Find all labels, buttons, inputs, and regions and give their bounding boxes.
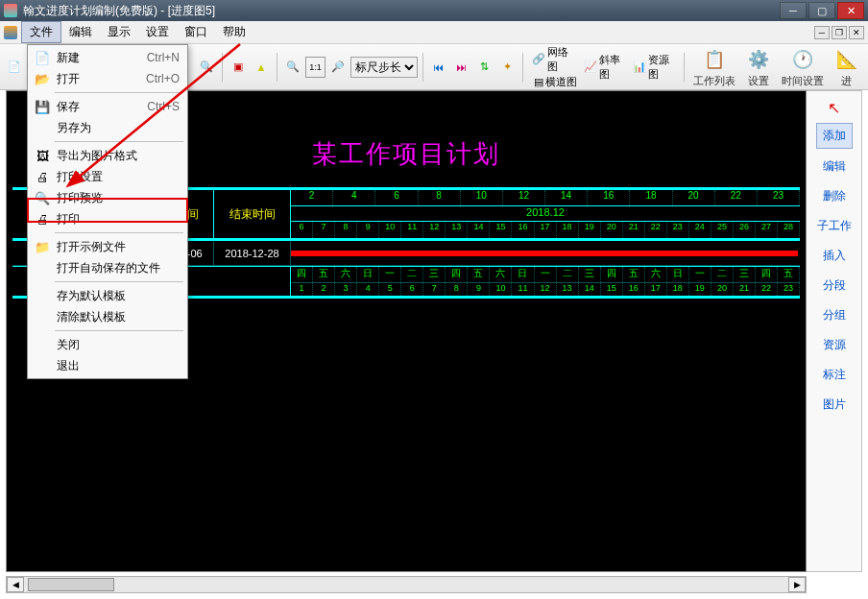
tb-nav1-icon[interactable]: ⏮ [428, 57, 449, 78]
menu-open-example[interactable]: 📁打开示例文件 [30, 236, 185, 257]
menu-save[interactable]: 💾保存Ctrl+S [30, 96, 185, 117]
menu-open-autosave[interactable]: 打开自动保存的文件 [30, 257, 185, 278]
network-icon: 🔗 [532, 53, 545, 65]
tb-nav3-icon[interactable]: ⇅ [473, 57, 494, 78]
menu-file[interactable]: 文件 [21, 21, 61, 43]
header-calendar: 24681012141618202223 2018.12 67891011121… [291, 190, 800, 238]
rp-subwork[interactable]: 子工作 [811, 214, 857, 238]
scroll-right-button[interactable]: ▶ [788, 577, 806, 592]
plan-title: 某工作项目计划 [312, 137, 500, 171]
menubar: 文件 编辑 显示 设置 窗口 帮助 ─ ❐ ✕ [0, 21, 868, 44]
progress-icon: 📐 [833, 46, 860, 73]
menu-edit[interactable]: 编辑 [61, 22, 100, 42]
slope-icon: 📈 [584, 60, 597, 73]
tb-zoom11-icon[interactable]: 1:1 [305, 57, 326, 78]
window-title: 翰文进度计划编制(免费版) - [进度图5] [23, 3, 780, 19]
mdi-controls: ─ ❐ ✕ [814, 26, 864, 39]
clock-icon: 🕐 [789, 46, 816, 73]
gear-icon: ⚙️ [745, 46, 772, 73]
cursor-icon[interactable]: ↖ [828, 99, 840, 117]
header-end: 结束时间 [214, 190, 291, 238]
gantt-bar[interactable] [291, 251, 798, 256]
menu-print-preview[interactable]: 🔍打印预览 [30, 187, 185, 208]
rp-segment[interactable]: 分段 [817, 274, 852, 298]
menu-window[interactable]: 窗口 [177, 22, 215, 42]
menu-clear-template[interactable]: 清除默认模板 [30, 306, 185, 327]
menu-save-as[interactable]: 另存为 [30, 117, 185, 138]
printer-icon: 🖨 [34, 210, 51, 228]
rp-group[interactable]: 分组 [817, 303, 852, 327]
menu-settings[interactable]: 设置 [138, 22, 177, 42]
ruler-step-select[interactable]: 标尺步长 [350, 57, 418, 78]
menu-close[interactable]: 关闭 [30, 334, 185, 355]
rp-insert[interactable]: 插入 [817, 244, 852, 268]
worklist-button[interactable]: 📋 工作列表 [689, 46, 739, 88]
print-setup-icon: 🖨 [34, 168, 51, 185]
settings-button[interactable]: ⚙️ 设置 [741, 46, 776, 88]
menu-new[interactable]: 📄新建Ctrl+N [30, 47, 185, 68]
tb-nav4-icon[interactable]: ✦ [496, 57, 518, 78]
menu-print-setup[interactable]: 🖨打印设置 [30, 166, 185, 187]
tb-nav2-icon[interactable]: ⏭ [451, 57, 472, 78]
rp-delete[interactable]: 删除 [817, 184, 852, 208]
rp-annotate[interactable]: 标注 [817, 363, 852, 387]
gantt-icon: ▤ [534, 76, 543, 88]
network-view-button[interactable]: 🔗网络图 [532, 45, 578, 74]
slope-view-button[interactable]: 📈斜率图 [584, 53, 630, 82]
right-panel: ↖ 添加 编辑 删除 子工作 插入 分段 分组 资源 标注 图片 [807, 90, 862, 572]
doc-icon [4, 26, 17, 39]
mdi-restore[interactable]: ❐ [832, 26, 847, 39]
tb-new-icon[interactable]: 📄 [4, 57, 25, 78]
menu-exit[interactable]: 退出 [30, 355, 185, 376]
new-file-icon: 📄 [34, 49, 51, 66]
rp-image[interactable]: 图片 [817, 393, 852, 417]
minimize-button[interactable]: ─ [780, 2, 807, 19]
resource-icon: 📊 [633, 60, 646, 73]
mdi-close[interactable]: ✕ [849, 26, 864, 39]
scroll-thumb[interactable] [28, 578, 114, 591]
open-folder-icon: 📂 [34, 70, 51, 87]
menu-save-template[interactable]: 存为默认模板 [30, 285, 185, 306]
menu-help[interactable]: 帮助 [215, 22, 253, 42]
maximize-button[interactable]: ▢ [808, 2, 835, 19]
scroll-left-button[interactable]: ◀ [7, 577, 24, 592]
menu-print[interactable]: 🖨打印 [30, 208, 185, 229]
close-button[interactable]: ✕ [837, 2, 864, 19]
tb-tool1-icon[interactable]: ▣ [228, 57, 249, 78]
rp-resource[interactable]: 资源 [817, 333, 852, 357]
time-settings-button[interactable]: 🕐 时间设置 [778, 46, 828, 88]
tb-zoomin-icon[interactable]: 🔎 [327, 57, 349, 78]
mdi-minimize[interactable]: ─ [814, 26, 830, 39]
preview-icon: 🔍 [34, 189, 51, 206]
calendar-month: 2018.12 [291, 206, 800, 221]
app-icon [4, 4, 17, 17]
menu-export-image[interactable]: 🖼导出为图片格式 [30, 145, 185, 166]
resource-view-button[interactable]: 📊资源图 [633, 53, 679, 82]
menu-display[interactable]: 显示 [100, 22, 138, 42]
menu-open[interactable]: 📂打开Ctrl+O [30, 68, 185, 89]
file-dropdown-menu: 📄新建Ctrl+N 📂打开Ctrl+O 💾保存Ctrl+S 另存为 🖼导出为图片… [27, 44, 188, 379]
rp-edit[interactable]: 编辑 [817, 155, 852, 179]
tb-find-icon[interactable]: 🔍 [197, 57, 218, 78]
window-controls: ─ ▢ ✕ [780, 2, 864, 19]
tb-zoomout-icon[interactable]: 🔍 [282, 57, 303, 78]
cell-end: 2018-12-28 [214, 241, 291, 265]
save-icon: 💾 [34, 98, 51, 115]
horizontal-scrollbar[interactable]: ◀ ▶ [6, 576, 807, 593]
gantt-view-button[interactable]: ▤横道图 [534, 75, 577, 89]
progress-button[interactable]: 📐 进 [830, 46, 864, 88]
folder-icon: 📁 [34, 238, 51, 255]
export-icon: 🖼 [34, 147, 51, 164]
worklist-icon: 📋 [701, 46, 728, 73]
window-titlebar: 翰文进度计划编制(免费版) - [进度图5] ─ ▢ ✕ [0, 0, 868, 21]
tb-tool2-icon[interactable]: ▲ [251, 57, 272, 78]
rp-add[interactable]: 添加 [816, 123, 853, 149]
